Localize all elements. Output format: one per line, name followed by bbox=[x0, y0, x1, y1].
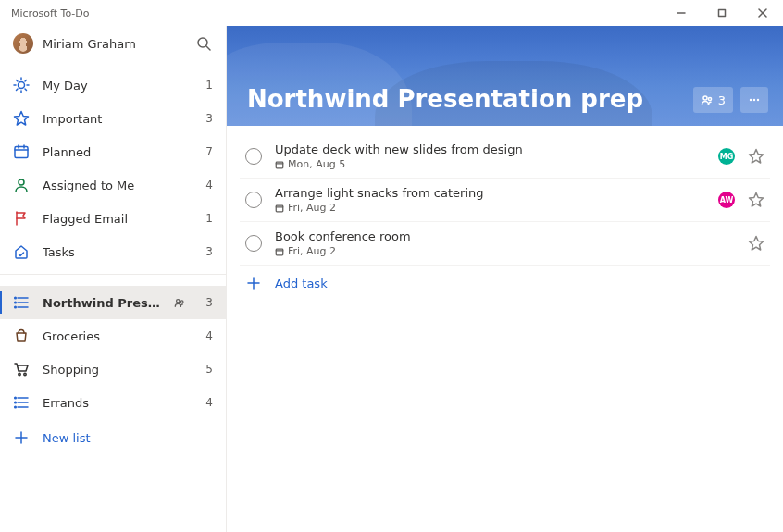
sidebar-item-planned[interactable]: Planned 7 bbox=[0, 135, 226, 168]
task-title: Book conference room bbox=[275, 229, 735, 243]
sidebar-item-important[interactable]: Important 3 bbox=[0, 102, 226, 135]
task-body: Arrange light snacks from catering Fri, … bbox=[275, 186, 705, 214]
svg-point-40 bbox=[703, 96, 707, 100]
task-checkbox[interactable] bbox=[245, 192, 262, 208]
close-button[interactable] bbox=[742, 0, 783, 26]
add-task-label: Add task bbox=[275, 277, 328, 291]
user-profile[interactable]: Miriam Graham bbox=[0, 26, 226, 63]
new-list-button[interactable]: New list bbox=[0, 419, 226, 456]
svg-marker-15 bbox=[15, 112, 29, 126]
sidebar-item-groceries[interactable]: Groceries 4 bbox=[0, 319, 226, 353]
plus-icon bbox=[13, 429, 30, 446]
star-button[interactable] bbox=[748, 235, 764, 252]
svg-point-42 bbox=[750, 99, 752, 101]
sun-icon bbox=[13, 77, 30, 93]
task-body: Book conference room Fri, Aug 2 bbox=[275, 229, 735, 257]
sidebar-item-label: Shopping bbox=[43, 363, 189, 377]
sidebar-item-label: Groceries bbox=[43, 329, 189, 343]
title-bar: Microsoft To-Do bbox=[0, 0, 783, 26]
task-title: Arrange light snacks from catering bbox=[275, 186, 705, 200]
list-header: Northwind Presentation prep 3 bbox=[227, 26, 783, 126]
sidebar-item-myday[interactable]: My Day 1 bbox=[0, 68, 226, 102]
avatar bbox=[13, 33, 33, 54]
sidebar-item-label: Important bbox=[43, 112, 189, 126]
sidebar: Miriam Graham My Day 1 Impor bbox=[0, 26, 227, 532]
svg-point-28 bbox=[177, 300, 180, 303]
user-name: Miriam Graham bbox=[43, 37, 185, 51]
more-options-button[interactable] bbox=[740, 87, 768, 113]
svg-rect-1 bbox=[719, 10, 726, 17]
svg-point-26 bbox=[15, 302, 17, 303]
list-icon bbox=[13, 394, 30, 411]
minimize-button[interactable] bbox=[661, 0, 702, 26]
svg-line-5 bbox=[206, 46, 210, 50]
divider bbox=[0, 274, 226, 275]
sidebar-item-count: 5 bbox=[202, 363, 213, 376]
sidebar-item-label: Northwind Presentation… bbox=[43, 296, 161, 310]
plus-icon bbox=[245, 275, 262, 291]
svg-point-27 bbox=[15, 306, 17, 308]
share-button[interactable]: 3 bbox=[693, 87, 733, 113]
assignee-avatar[interactable]: AW bbox=[718, 192, 735, 208]
svg-point-41 bbox=[708, 97, 711, 100]
task-checkbox[interactable] bbox=[245, 148, 262, 165]
sidebar-item-count: 3 bbox=[202, 112, 213, 125]
sidebar-item-count: 4 bbox=[202, 396, 213, 409]
task-meta: Fri, Aug 2 bbox=[275, 202, 705, 214]
assignee-avatar[interactable]: MG bbox=[718, 148, 735, 165]
svg-point-36 bbox=[15, 402, 17, 403]
sidebar-item-count: 3 bbox=[202, 245, 213, 258]
svg-point-31 bbox=[24, 373, 26, 375]
sidebar-item-label: My Day bbox=[43, 79, 189, 93]
list-icon bbox=[13, 294, 30, 311]
task-meta: Fri, Aug 2 bbox=[275, 245, 735, 257]
sidebar-item-northwind[interactable]: Northwind Presentation… 3 bbox=[0, 286, 226, 319]
new-list-label: New list bbox=[43, 431, 213, 445]
task-row[interactable]: Book conference room Fri, Aug 2 bbox=[240, 222, 770, 266]
svg-line-12 bbox=[25, 89, 27, 91]
star-icon bbox=[13, 110, 30, 127]
svg-point-25 bbox=[15, 297, 17, 299]
window-controls bbox=[661, 0, 783, 26]
svg-point-35 bbox=[15, 397, 17, 399]
svg-point-37 bbox=[15, 406, 17, 408]
search-button[interactable] bbox=[194, 34, 213, 53]
cart-icon bbox=[13, 361, 30, 377]
sidebar-item-assigned[interactable]: Assigned to Me 4 bbox=[0, 168, 226, 202]
svg-marker-50 bbox=[750, 193, 764, 207]
maximize-button[interactable] bbox=[702, 0, 742, 26]
flag-icon bbox=[13, 210, 30, 227]
svg-point-44 bbox=[757, 99, 759, 101]
task-checkbox[interactable] bbox=[245, 235, 262, 252]
custom-lists: Northwind Presentation… 3 Groceries 4 bbox=[0, 280, 226, 419]
app-title: Microsoft To-Do bbox=[11, 7, 661, 19]
sidebar-item-count: 1 bbox=[202, 79, 213, 92]
svg-rect-45 bbox=[276, 162, 283, 168]
sidebar-item-count: 3 bbox=[202, 296, 213, 309]
groceries-icon bbox=[13, 328, 30, 344]
svg-line-14 bbox=[25, 80, 27, 82]
list-title[interactable]: Northwind Presentation prep bbox=[247, 85, 693, 113]
task-row[interactable]: Arrange light snacks from catering Fri, … bbox=[240, 179, 770, 222]
star-button[interactable] bbox=[748, 192, 764, 208]
sidebar-item-errands[interactable]: Errands 4 bbox=[0, 386, 226, 419]
person-icon bbox=[13, 177, 30, 193]
svg-rect-51 bbox=[276, 249, 283, 255]
sidebar-item-shopping[interactable]: Shopping 5 bbox=[0, 353, 226, 386]
task-meta: Mon, Aug 5 bbox=[275, 158, 705, 170]
task-row[interactable]: Update deck with new slides from design … bbox=[240, 135, 770, 179]
svg-point-29 bbox=[180, 301, 183, 303]
svg-point-20 bbox=[19, 179, 24, 185]
task-body: Update deck with new slides from design … bbox=[275, 142, 705, 170]
svg-rect-48 bbox=[276, 205, 283, 212]
sidebar-item-count: 7 bbox=[202, 145, 213, 158]
sidebar-item-tasks[interactable]: Tasks 3 bbox=[0, 235, 226, 268]
svg-point-6 bbox=[19, 82, 25, 89]
calendar-icon bbox=[13, 143, 30, 160]
sidebar-item-flagged[interactable]: Flagged Email 1 bbox=[0, 202, 226, 235]
task-due-date: Mon, Aug 5 bbox=[288, 158, 345, 170]
star-button[interactable] bbox=[748, 148, 764, 165]
sidebar-item-count: 4 bbox=[202, 329, 213, 342]
svg-point-30 bbox=[19, 373, 20, 375]
add-task-button[interactable]: Add task bbox=[240, 266, 770, 301]
